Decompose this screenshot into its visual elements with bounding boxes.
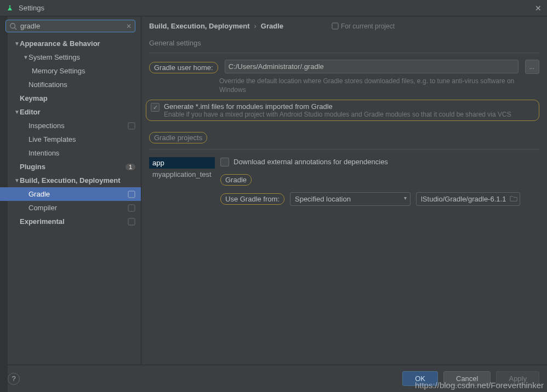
browse-button[interactable]: … xyxy=(525,60,539,74)
download-annotations-label: Download external annotations for depend… xyxy=(233,158,388,166)
tree-appearance[interactable]: ▼Appearance & Behavior xyxy=(0,37,141,50)
folder-icon xyxy=(510,195,517,203)
svg-rect-4 xyxy=(128,191,135,198)
search-icon xyxy=(9,22,17,30)
tree-system-settings[interactable]: ▼System Settings xyxy=(0,50,141,64)
breadcrumb-current: Gradle xyxy=(261,22,283,30)
download-annotations-checkbox[interactable] xyxy=(220,158,229,166)
gradle-user-home-label: Gradle user home: xyxy=(149,60,218,73)
use-gradle-from-label: Use Gradle from: xyxy=(220,193,284,205)
general-settings-head: General settings xyxy=(149,39,539,47)
project-item-app[interactable]: app xyxy=(149,157,215,169)
search-input-wrap[interactable]: ✕ xyxy=(5,20,135,32)
tree-gradle[interactable]: Gradle xyxy=(0,187,141,201)
tree-editor[interactable]: ▼Editor xyxy=(0,105,141,119)
tree-keymap[interactable]: Keymap xyxy=(0,91,141,105)
dialog-footer: ? OK Cancel Apply xyxy=(0,365,547,392)
tree-compiler[interactable]: Compiler xyxy=(0,201,141,215)
tree-live-templates[interactable]: Live Templates xyxy=(0,132,141,146)
download-annotations-row[interactable]: Download external annotations for depend… xyxy=(220,157,539,166)
android-studio-icon xyxy=(5,4,14,13)
generate-iml-label: Generate *.iml files for modules importe… xyxy=(164,102,511,111)
project-scope-icon xyxy=(128,122,135,130)
use-gradle-from-dropdown[interactable]: Specified location xyxy=(290,192,411,206)
svg-line-2 xyxy=(15,27,17,30)
breadcrumb: Build, Execution, Deployment › Gradle Fo… xyxy=(149,22,539,30)
generate-iml-hint: Enable if you have a mixed project with … xyxy=(164,111,511,118)
gradle-path-input[interactable]: lStudio/Gradle/gradle-6.1.1 xyxy=(416,192,520,206)
svg-rect-3 xyxy=(128,123,135,129)
gradle-projects-head: Gradle projects xyxy=(149,132,539,143)
cancel-button[interactable]: Cancel xyxy=(443,371,491,386)
apply-button[interactable]: Apply xyxy=(496,371,539,386)
gradle-subgroup-head: Gradle xyxy=(220,174,539,186)
tree-notifications[interactable]: Notifications xyxy=(0,78,141,91)
project-scope-icon xyxy=(128,191,135,198)
svg-point-0 xyxy=(9,5,11,7)
project-scope-icon xyxy=(128,218,135,226)
svg-rect-6 xyxy=(128,218,135,225)
project-scope-icon xyxy=(128,204,135,212)
ok-button[interactable]: OK xyxy=(402,371,438,386)
project-scope-icon xyxy=(332,22,339,30)
svg-rect-5 xyxy=(128,205,135,211)
search-input[interactable] xyxy=(20,22,126,30)
settings-content: Build, Execution, Deployment › Gradle Fo… xyxy=(141,16,547,365)
generate-iml-row[interactable]: Generate *.iml files for modules importe… xyxy=(146,100,539,121)
settings-sidebar: ✕ ▼Appearance & Behavior ▼System Setting… xyxy=(0,16,141,365)
titlebar: Settings ✕ xyxy=(0,0,547,16)
tree-plugins[interactable]: Plugins1 xyxy=(0,160,141,174)
svg-point-1 xyxy=(10,23,15,28)
user-home-hint: Override the default location where Grad… xyxy=(219,77,539,94)
project-item-myapp-test[interactable]: myapplication_test xyxy=(149,169,215,180)
settings-tree: ▼Appearance & Behavior ▼System Settings … xyxy=(0,36,141,365)
svg-rect-7 xyxy=(332,23,338,29)
breadcrumb-parent[interactable]: Build, Execution, Deployment xyxy=(149,22,249,30)
generate-iml-checkbox[interactable] xyxy=(151,103,159,112)
help-button[interactable]: ? xyxy=(8,373,20,385)
close-icon[interactable]: ✕ xyxy=(535,4,542,13)
gradle-projects-list: app myapplication_test xyxy=(149,157,215,206)
tree-inspections[interactable]: Inspections xyxy=(0,119,141,132)
window-title: Settings xyxy=(19,4,535,12)
tree-intentions[interactable]: Intentions xyxy=(0,146,141,160)
gradle-user-home-input[interactable] xyxy=(225,60,518,73)
for-current-project: For current project xyxy=(332,22,395,30)
clear-search-icon[interactable]: ✕ xyxy=(126,22,132,30)
plugins-count-badge: 1 xyxy=(126,164,135,170)
breadcrumb-separator: › xyxy=(254,22,256,30)
tree-experimental[interactable]: Experimental xyxy=(0,215,141,228)
tree-build-execution-deployment[interactable]: ▼Build, Execution, Deployment xyxy=(0,174,141,187)
tree-memory-settings[interactable]: Memory Settings xyxy=(0,64,141,78)
